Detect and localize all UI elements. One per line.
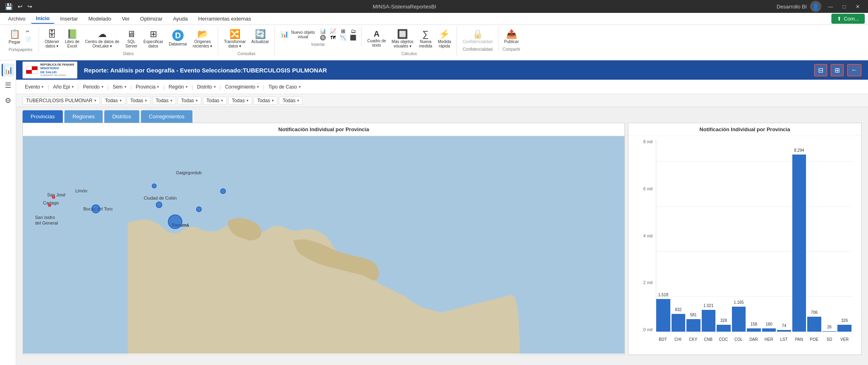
map-dot-panama2[interactable]	[196, 206, 202, 212]
filter-distrito[interactable]: Distrito ▾	[194, 83, 218, 91]
chart-icon-3[interactable]: ⊞	[338, 28, 348, 34]
filter-tipo-caso[interactable]: Tipo de Caso ▾	[266, 83, 303, 91]
map-dot-panama1[interactable]	[168, 214, 182, 229]
chart-icon-8[interactable]: ⬛	[348, 35, 358, 41]
origenes-recientes-button[interactable]: 📂 Orígenesrecientes ▾	[190, 28, 215, 50]
confidencialidad-button[interactable]: 🔒 Confidencialidad	[460, 28, 495, 45]
user-avatar[interactable]: 👤	[810, 1, 821, 12]
map-svg	[23, 136, 624, 354]
bar-col-cky[interactable]: 581	[686, 139, 701, 332]
libro-excel-button[interactable]: 📗 Libro deExcel	[62, 28, 82, 50]
tab-regiones[interactable]: Regiones	[64, 110, 103, 123]
tab-provincias[interactable]: Provincias	[23, 110, 63, 123]
filter-periodo[interactable]: Periodo ▾	[81, 83, 105, 91]
filter-año-epi[interactable]: Año Epi ▾	[51, 83, 76, 91]
charts-area: Notificación Individual por Provincia Sa…	[16, 123, 868, 361]
chart-icon-5[interactable]: 🔘	[318, 35, 328, 41]
bar-col-bdt[interactable]: 1.518	[656, 139, 670, 332]
filter-value-periodo[interactable]: Todas ▾	[127, 97, 151, 105]
menu-ayuda[interactable]: Ayuda	[168, 14, 193, 23]
copy-icon: 📄	[26, 37, 31, 42]
menu-inicio[interactable]: Inicio	[31, 14, 54, 24]
maximize-btn[interactable]: □	[839, 4, 849, 10]
map-dot-mid[interactable]	[152, 184, 157, 188]
bar-col-col[interactable]: 1.165	[732, 139, 746, 332]
tab-distritos[interactable]: Distritos	[104, 110, 139, 123]
nueva-medida-button[interactable]: ∑ Nuevamedida	[417, 28, 435, 50]
bar-col-dar[interactable]: 158	[747, 139, 761, 332]
bar-col-coc[interactable]: 328	[717, 139, 731, 332]
filter-value-provincia[interactable]: Todas ▾	[178, 97, 201, 105]
menu-herramientas[interactable]: Herramientas externas	[193, 14, 256, 23]
publicar-button[interactable]: 📤 Publicar	[502, 28, 521, 45]
menu-modelado[interactable]: Modelado	[83, 14, 116, 23]
sql-server-button[interactable]: 🖥 SQLServer	[122, 28, 140, 50]
sidebar-icon-data[interactable]: ☰	[2, 79, 14, 92]
bar-col-chi[interactable]: 832	[672, 139, 686, 332]
mas-objetos-button[interactable]: 🔲 Más objetosvisuales ▾	[389, 28, 416, 50]
especificar-datos-icon: ⊞	[150, 30, 157, 39]
map-dot-colon[interactable]	[156, 202, 162, 208]
back-button[interactable]: ←	[847, 64, 862, 76]
especificar-datos-button[interactable]: ⊞ Especificardatos	[141, 28, 165, 50]
menu-optimizar[interactable]: Optimizar	[135, 14, 167, 23]
menu-insertar[interactable]: Insertar	[55, 14, 83, 23]
bar-col-pan[interactable]: 8.294	[792, 139, 806, 332]
bar-col-ver[interactable]: 326	[837, 139, 851, 332]
bar-value-her: 160	[766, 322, 773, 326]
nuevo-objeto-visual-button[interactable]: 📊 Nuevo objetovisual	[278, 28, 317, 41]
dataverse-button[interactable]: D Dataverse	[166, 28, 190, 48]
bar-col-lst[interactable]: 74	[777, 139, 791, 332]
bar-col-her[interactable]: 160	[762, 139, 776, 332]
filter-value-año-epi[interactable]: Todas ▾	[101, 97, 125, 105]
chart-icon-7[interactable]: 📉	[338, 35, 348, 41]
map-dot-right[interactable]	[220, 188, 226, 194]
filter-value-distrito[interactable]: Todas ▾	[228, 97, 252, 105]
redo-icon[interactable]: ↪	[27, 3, 32, 10]
bar-col-poe[interactable]: 706	[807, 139, 821, 332]
obtener-datos-button[interactable]: 🗄 Obtenerdatos ▾	[42, 28, 62, 50]
chart-icon-4[interactable]: 🗂	[348, 28, 358, 34]
filter-value-region[interactable]: Todas ▾	[203, 97, 227, 105]
tab-corregimientos[interactable]: Corregimientos	[141, 110, 192, 123]
filter-value-sem[interactable]: Todas ▾	[152, 97, 176, 105]
filter-provincia[interactable]: Provincia ▾	[133, 83, 161, 91]
sidebar-icon-model[interactable]: ⚙	[2, 94, 14, 107]
menu-ver[interactable]: Ver	[117, 14, 135, 23]
filter-evento[interactable]: Evento ▾	[23, 83, 46, 91]
bar-col-sd[interactable]: 26	[823, 139, 837, 332]
centro-datos-button[interactable]: ☁ Centro de datos deOneLake ▾	[83, 28, 122, 50]
map-container[interactable]: San José Cartago Limón Bocas del Toro Sa…	[23, 136, 624, 354]
menu-archivo[interactable]: Archivo	[3, 14, 30, 23]
share-button[interactable]: ⬆ Com...	[831, 14, 865, 24]
save-icon[interactable]: 💾	[5, 3, 13, 10]
filter-value-corregimiento[interactable]: Todas ▾	[254, 97, 277, 105]
transformar-datos-button[interactable]: 🔀 Transformardatos ▾	[221, 28, 248, 50]
pegar-button[interactable]: 📋 Pegar	[6, 28, 23, 46]
map-dot-bocas[interactable]	[91, 204, 100, 213]
reading-view-button[interactable]: ⊞	[831, 64, 844, 76]
cut-button[interactable]: ✂	[24, 28, 35, 35]
chart-icon-6[interactable]: 🗺	[328, 35, 338, 41]
cuadro-texto-button[interactable]: A Cuadro detexto	[365, 28, 389, 49]
chart-icon-2[interactable]: 📈	[328, 28, 338, 34]
minimize-btn[interactable]: —	[825, 4, 836, 10]
bar-cky: 581	[686, 319, 701, 332]
bar-col-cnb[interactable]: 1.021	[702, 139, 716, 332]
edit-view-button[interactable]: ⊟	[814, 64, 827, 76]
chart-icon-1[interactable]: 📊	[318, 28, 328, 34]
filter-sem[interactable]: Sem ▾	[110, 83, 129, 91]
actualizar-button[interactable]: 🔄 Actualizar	[249, 28, 271, 45]
medida-rapida-button[interactable]: ⚡ Medidarápida	[436, 28, 454, 50]
centro-datos-icon: ☁	[98, 30, 107, 39]
copy-button[interactable]: 📄	[24, 36, 35, 43]
map-panel: Notificación Individual por Provincia Sa…	[23, 123, 625, 355]
filter-value-tipo-caso[interactable]: Todas ▾	[279, 97, 303, 105]
undo-icon[interactable]: ↩	[18, 3, 23, 10]
filter-corregimiento[interactable]: Corregimiento ▾	[223, 83, 261, 91]
left-sidebar: 📊 ☰ ⚙	[0, 60, 16, 365]
close-btn[interactable]: ✕	[852, 4, 863, 10]
filter-region[interactable]: Región ▾	[166, 83, 190, 91]
sidebar-icon-report[interactable]: 📊	[2, 64, 14, 76]
filter-value-evento[interactable]: TUBERCULOSIS PULMONAR ▾	[23, 97, 100, 105]
